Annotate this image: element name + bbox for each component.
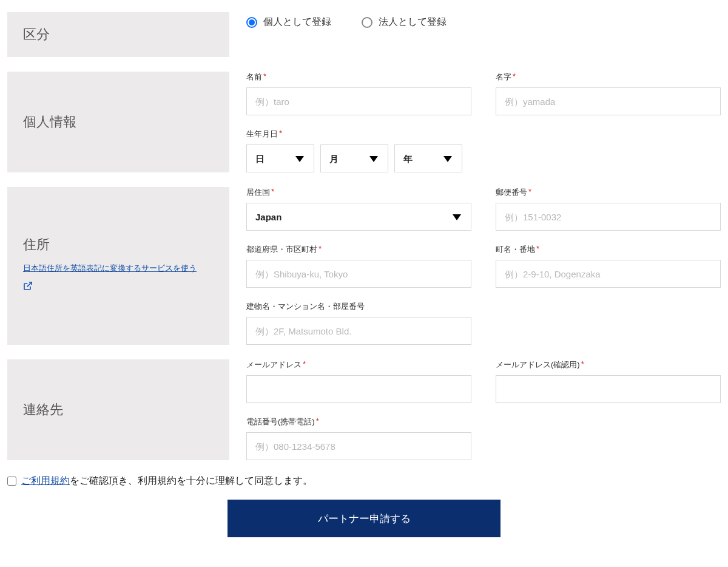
required-mark: *	[528, 187, 531, 196]
required-mark: *	[303, 359, 306, 368]
country-label: 居住国*	[246, 187, 471, 198]
month-select[interactable]: 月	[321, 145, 388, 172]
required-mark: *	[318, 244, 322, 253]
email-label: メールアドレス*	[246, 359, 471, 370]
prefecture-input[interactable]	[246, 260, 471, 288]
svg-line-0	[27, 282, 32, 287]
email-confirm-label: メールアドレス(確認用)*	[496, 359, 721, 370]
external-link-icon	[23, 281, 33, 293]
phone-input[interactable]	[246, 432, 471, 460]
required-mark: *	[271, 187, 274, 196]
street-input[interactable]	[496, 260, 721, 288]
registration-type-radios: 個人として登録 法人として登録	[246, 12, 721, 29]
terms-row: ご利用規約をご確認頂き、利用規約を十分に理解して同意します。	[7, 475, 721, 487]
country-select[interactable]: Japan	[247, 203, 471, 230]
address-conversion-link[interactable]: 日本語住所を英語表記に変換するサービスを使う	[23, 262, 214, 275]
personal-title: 個人情報	[23, 113, 214, 131]
postal-input[interactable]	[496, 203, 721, 231]
required-mark: *	[536, 244, 539, 253]
required-mark: *	[513, 72, 516, 81]
day-select-wrap: 日	[246, 144, 314, 172]
submit-button[interactable]: パートナー申請する	[228, 500, 500, 537]
month-select-wrap: 月	[320, 144, 388, 172]
year-select-wrap: 年	[394, 144, 462, 172]
postal-label: 郵便番号*	[496, 187, 721, 198]
personal-section-label: 個人情報	[7, 72, 229, 172]
building-input[interactable]	[246, 317, 471, 345]
firstname-label: 名前*	[246, 72, 471, 83]
lastname-label: 名字*	[496, 72, 721, 83]
contact-section-label: 連絡先	[7, 359, 229, 460]
category-title: 区分	[23, 25, 214, 44]
radio-icon-checked	[246, 17, 257, 28]
phone-label: 電話番号(携帯電話)*	[246, 416, 471, 427]
radio-icon-unchecked	[362, 17, 372, 28]
street-label: 町名・番地*	[496, 244, 721, 255]
firstname-input[interactable]	[246, 87, 471, 115]
category-section-label: 区分	[7, 12, 229, 57]
radio-individual[interactable]: 個人として登録	[246, 16, 331, 29]
year-select[interactable]: 年	[395, 145, 462, 172]
email-confirm-input[interactable]	[496, 375, 721, 403]
building-label: 建物名・マンション名・部屋番号	[246, 301, 471, 312]
required-mark: *	[279, 129, 282, 138]
radio-corporate-label: 法人として登録	[379, 16, 447, 29]
day-select[interactable]: 日	[247, 145, 314, 172]
required-mark: *	[581, 359, 584, 368]
email-input[interactable]	[246, 375, 471, 403]
terms-link[interactable]: ご利用規約	[21, 475, 70, 486]
radio-corporate[interactable]: 法人として登録	[362, 16, 447, 29]
radio-individual-label: 個人として登録	[263, 16, 331, 29]
country-select-wrap: Japan	[246, 203, 471, 231]
terms-text: ご利用規約をご確認頂き、利用規約を十分に理解して同意します。	[21, 475, 312, 487]
lastname-input[interactable]	[496, 87, 721, 115]
dob-label: 生年月日*	[246, 129, 721, 140]
required-mark: *	[316, 416, 319, 426]
address-title: 住所	[23, 236, 214, 254]
prefecture-label: 都道府県・市区町村*	[246, 244, 471, 255]
contact-title: 連絡先	[23, 401, 214, 419]
required-mark: *	[263, 72, 266, 81]
terms-checkbox[interactable]	[7, 477, 16, 486]
address-section-label: 住所 日本語住所を英語表記に変換するサービスを使う	[7, 187, 229, 345]
